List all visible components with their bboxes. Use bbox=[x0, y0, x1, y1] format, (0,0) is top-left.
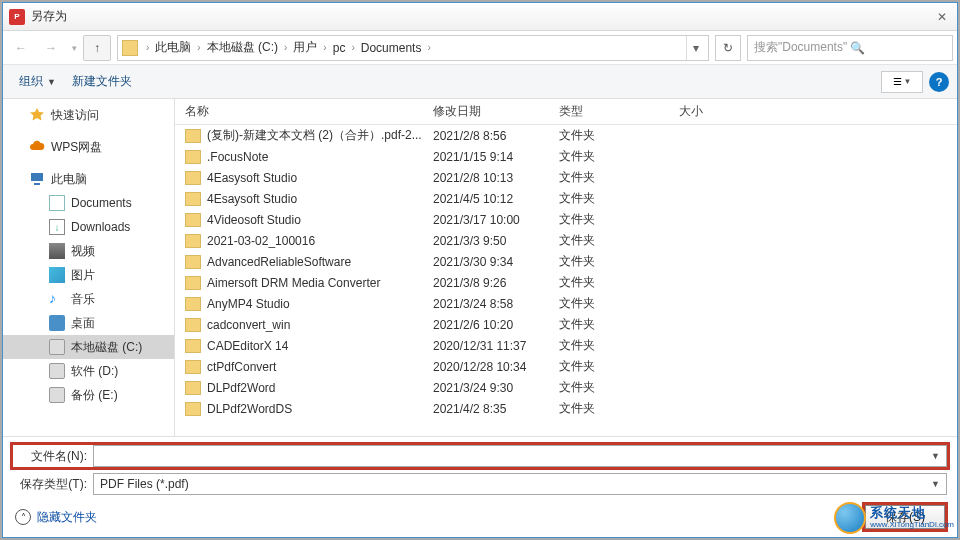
download-icon: ↓ bbox=[49, 219, 65, 235]
refresh-button[interactable]: ↻ bbox=[715, 35, 741, 61]
sidebar-quick-access[interactable]: 快速访问 bbox=[3, 103, 174, 127]
sidebar-item-drive-d[interactable]: 软件 (D:) bbox=[3, 359, 174, 383]
col-name[interactable]: 名称 bbox=[175, 103, 433, 120]
file-row[interactable]: ctPdfConvert2020/12/28 10:34文件夹 bbox=[175, 356, 957, 377]
chevron-down-icon[interactable]: ▼ bbox=[931, 479, 940, 489]
file-row[interactable]: 4Esaysoft Studio2021/4/5 10:12文件夹 bbox=[175, 188, 957, 209]
forward-button: → bbox=[37, 35, 65, 61]
footer: ˄ 隐藏文件夹 保存(S) bbox=[13, 505, 947, 531]
sidebar-item-drive-c[interactable]: 本地磁盘 (C:) bbox=[3, 335, 174, 359]
breadcrumb[interactable]: › 此电脑 › 本地磁盘 (C:) › 用户 › pc › Documents … bbox=[117, 35, 709, 61]
search-placeholder: 搜索"Documents" bbox=[754, 39, 850, 56]
breadcrumb-item[interactable]: 此电脑 bbox=[153, 39, 193, 56]
sidebar-item-videos[interactable]: 视频 bbox=[3, 239, 174, 263]
document-icon bbox=[49, 195, 65, 211]
organize-button[interactable]: 组织▼ bbox=[11, 70, 64, 93]
sidebar-item-pictures[interactable]: 图片 bbox=[3, 263, 174, 287]
filename-input[interactable]: ▼ bbox=[93, 445, 947, 467]
filetype-row: 保存类型(T): PDF Files (*.pdf)▼ bbox=[13, 473, 947, 495]
cloud-icon bbox=[29, 139, 45, 155]
star-icon bbox=[29, 107, 45, 123]
desktop-icon bbox=[49, 315, 65, 331]
col-type[interactable]: 类型 bbox=[559, 103, 679, 120]
file-pane: 名称 修改日期 类型 大小 (复制)-新建文本文档 (2)（合并）.pdf-2.… bbox=[175, 99, 957, 436]
chevron-right-icon: › bbox=[280, 42, 291, 53]
chevron-right-icon: › bbox=[142, 42, 153, 53]
file-row[interactable]: DLPdf2Word2021/3/24 9:30文件夹 bbox=[175, 377, 957, 398]
file-header: 名称 修改日期 类型 大小 bbox=[175, 99, 957, 125]
sidebar-item-documents[interactable]: Documents bbox=[3, 191, 174, 215]
file-row[interactable]: DLPdf2WordDS2021/4/2 8:35文件夹 bbox=[175, 398, 957, 419]
sidebar-wps[interactable]: WPS网盘 bbox=[3, 135, 174, 159]
sidebar: 快速访问 WPS网盘 此电脑 Documents ↓Downloads 视频 图… bbox=[3, 99, 175, 436]
col-date[interactable]: 修改日期 bbox=[433, 103, 559, 120]
breadcrumb-item[interactable]: 本地磁盘 (C:) bbox=[205, 39, 280, 56]
sidebar-item-downloads[interactable]: ↓Downloads bbox=[3, 215, 174, 239]
breadcrumb-item[interactable]: Documents bbox=[359, 41, 424, 55]
chevron-right-icon: › bbox=[319, 42, 330, 53]
pc-icon bbox=[29, 171, 45, 187]
breadcrumb-dropdown[interactable]: ▾ bbox=[686, 36, 704, 60]
recent-dropdown[interactable]: ▾ bbox=[67, 35, 81, 61]
sidebar-item-desktop[interactable]: 桌面 bbox=[3, 311, 174, 335]
folder-icon bbox=[185, 192, 201, 206]
filetype-select[interactable]: PDF Files (*.pdf)▼ bbox=[93, 473, 947, 495]
file-row[interactable]: 4Videosoft Studio2021/3/17 10:00文件夹 bbox=[175, 209, 957, 230]
search-input[interactable]: 搜索"Documents" 🔍 bbox=[747, 35, 953, 61]
filename-label: 文件名(N): bbox=[13, 448, 93, 465]
drive-icon bbox=[49, 363, 65, 379]
drive-icon bbox=[49, 339, 65, 355]
titlebar: P 另存为 ✕ bbox=[3, 3, 957, 31]
back-button[interactable]: ← bbox=[7, 35, 35, 61]
hide-folders-toggle[interactable]: ˄ 隐藏文件夹 bbox=[15, 509, 97, 526]
sidebar-item-drive-e[interactable]: 备份 (E:) bbox=[3, 383, 174, 407]
chevron-right-icon: › bbox=[193, 42, 204, 53]
help-button[interactable]: ? bbox=[929, 72, 949, 92]
folder-icon bbox=[185, 402, 201, 416]
save-button[interactable]: 保存(S) bbox=[865, 505, 945, 529]
folder-icon bbox=[185, 213, 201, 227]
breadcrumb-item[interactable]: pc bbox=[331, 41, 348, 55]
chevron-right-icon: › bbox=[347, 42, 358, 53]
file-row[interactable]: cadconvert_win2021/2/6 10:20文件夹 bbox=[175, 314, 957, 335]
file-row[interactable]: 4Easysoft Studio2021/2/8 10:13文件夹 bbox=[175, 167, 957, 188]
picture-icon bbox=[49, 267, 65, 283]
folder-icon bbox=[185, 339, 201, 353]
app-icon: P bbox=[9, 9, 25, 25]
file-row[interactable]: (复制)-新建文本文档 (2)（合并）.pdf-2...2021/2/8 8:5… bbox=[175, 125, 957, 146]
file-row[interactable]: CADEditorX 142020/12/31 11:37文件夹 bbox=[175, 335, 957, 356]
filename-row: 文件名(N): ▼ bbox=[13, 445, 947, 467]
breadcrumb-item[interactable]: 用户 bbox=[291, 39, 319, 56]
toolbar: 组织▼ 新建文件夹 ☰▼ ? bbox=[3, 65, 957, 99]
folder-icon bbox=[185, 360, 201, 374]
file-list[interactable]: (复制)-新建文本文档 (2)（合并）.pdf-2...2021/2/8 8:5… bbox=[175, 125, 957, 436]
body: 快速访问 WPS网盘 此电脑 Documents ↓Downloads 视频 图… bbox=[3, 99, 957, 436]
chevron-right-icon: › bbox=[423, 42, 434, 53]
file-row[interactable]: .FocusNote2021/1/15 9:14文件夹 bbox=[175, 146, 957, 167]
folder-icon bbox=[122, 40, 138, 56]
folder-icon bbox=[185, 318, 201, 332]
video-icon bbox=[49, 243, 65, 259]
sidebar-item-music[interactable]: ♪音乐 bbox=[3, 287, 174, 311]
file-row[interactable]: AdvancedReliableSoftware2021/3/30 9:34文件… bbox=[175, 251, 957, 272]
chevron-down-icon[interactable]: ▼ bbox=[931, 451, 940, 461]
col-size[interactable]: 大小 bbox=[679, 103, 957, 120]
folder-icon bbox=[185, 297, 201, 311]
folder-icon bbox=[185, 276, 201, 290]
file-row[interactable]: Aimersoft DRM Media Converter2021/3/8 9:… bbox=[175, 272, 957, 293]
file-row[interactable]: AnyMP4 Studio2021/3/24 8:58文件夹 bbox=[175, 293, 957, 314]
new-folder-button[interactable]: 新建文件夹 bbox=[64, 70, 140, 93]
search-icon: 🔍 bbox=[850, 41, 946, 55]
save-as-dialog: P 另存为 ✕ ← → ▾ ↑ › 此电脑 › 本地磁盘 (C:) › 用户 ›… bbox=[2, 2, 958, 538]
close-icon[interactable]: ✕ bbox=[933, 8, 951, 26]
file-row[interactable]: 2021-03-02_1000162021/3/3 9:50文件夹 bbox=[175, 230, 957, 251]
view-mode-button[interactable]: ☰▼ bbox=[881, 71, 923, 93]
folder-icon bbox=[185, 381, 201, 395]
sidebar-thispc[interactable]: 此电脑 bbox=[3, 167, 174, 191]
folder-icon bbox=[185, 171, 201, 185]
folder-icon bbox=[185, 234, 201, 248]
filetype-label: 保存类型(T): bbox=[13, 476, 93, 493]
up-button[interactable]: ↑ bbox=[83, 35, 111, 61]
drive-icon bbox=[49, 387, 65, 403]
bottom-panel: 文件名(N): ▼ 保存类型(T): PDF Files (*.pdf)▼ ˄ … bbox=[3, 436, 957, 537]
